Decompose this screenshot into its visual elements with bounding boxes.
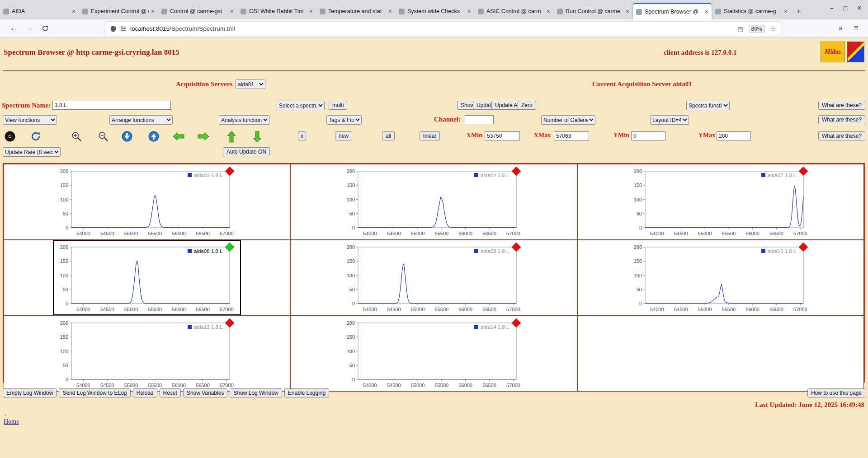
- multi-button[interactable]: multi: [329, 101, 347, 110]
- send-log-to-elog-button[interactable]: Send Log Window to ELog: [59, 388, 130, 397]
- tab-close-icon[interactable]: ×: [309, 8, 313, 15]
- spectrum-cell[interactable]: 0501001502005400054500550005550056000565…: [4, 240, 290, 316]
- empty-log-window-button[interactable]: Empty Log Window: [3, 388, 57, 397]
- spectrum-panel[interactable]: 0501001502005400054500550005550056000565…: [340, 240, 528, 315]
- tab-close-icon[interactable]: ×: [72, 8, 75, 15]
- what-are-these-button-2[interactable]: What are these?: [818, 115, 865, 124]
- y-scale-up-button[interactable]: [148, 131, 159, 142]
- ymin-input[interactable]: [631, 131, 665, 140]
- legend-swatch: [188, 249, 192, 253]
- ymax-input[interactable]: [717, 131, 751, 140]
- maximize-button[interactable]: □: [844, 5, 847, 12]
- y-scale-down-button[interactable]: [122, 131, 132, 142]
- zero-spectra-button[interactable]: [5, 131, 15, 142]
- zoom-out-button[interactable]: [98, 131, 108, 142]
- tab-close-icon[interactable]: ×: [626, 8, 629, 15]
- what-are-these-button-3[interactable]: What are these?: [818, 131, 865, 140]
- tab-close-icon[interactable]: ×: [151, 8, 155, 15]
- arrange-functions-select[interactable]: Arrange functions: [109, 115, 173, 125]
- show-log-window-button[interactable]: Show Log Window: [230, 388, 282, 397]
- refresh-button[interactable]: [30, 131, 41, 142]
- show-variables-button[interactable]: Show Variables: [183, 388, 228, 397]
- xmin-input[interactable]: [485, 131, 520, 140]
- menu-hamburger-icon[interactable]: ≡: [854, 24, 858, 32]
- browser-tab[interactable]: ASIC Control @ carm×: [475, 3, 553, 19]
- tab-close-icon[interactable]: ×: [784, 8, 788, 15]
- new-tab-button[interactable]: +: [792, 5, 806, 18]
- browser-tab[interactable]: Run Control @ carme×: [554, 3, 632, 19]
- channel-input[interactable]: [465, 115, 494, 124]
- spectra-functions-select[interactable]: Spectra functions: [686, 101, 730, 110]
- spectrum-cell[interactable]: 0501001502005400054500550005550056000565…: [4, 316, 290, 392]
- x-axis-button[interactable]: x: [298, 131, 306, 140]
- tab-close-icon[interactable]: ×: [230, 8, 234, 15]
- pan-right-button[interactable]: [198, 131, 208, 142]
- spectrum-panel[interactable]: 0501001502005400054500550005550056000565…: [627, 164, 815, 239]
- browser-tab[interactable]: Control @ carme-gsi×: [158, 3, 237, 19]
- overflow-chevron-icon[interactable]: »: [839, 24, 843, 32]
- number-of-galleries-select[interactable]: Number of Galleries: [541, 115, 595, 125]
- minimize-button[interactable]: −: [830, 5, 833, 12]
- what-are-these-button-1[interactable]: What are these?: [818, 101, 865, 110]
- refresh-icon: [30, 131, 41, 142]
- green-up-arrow-icon: [226, 131, 237, 143]
- reset-button[interactable]: Reset: [160, 388, 181, 397]
- zero-button[interactable]: Zero: [518, 101, 536, 110]
- new-button[interactable]: new: [335, 131, 352, 140]
- browser-tab[interactable]: Statistics @ carme-g×: [712, 3, 791, 19]
- pan-up-button[interactable]: [226, 131, 237, 142]
- spectrum-panel[interactable]: 0501001502005400054500550005550056000565…: [53, 316, 241, 391]
- enable-logging-button[interactable]: Enable Logging: [284, 388, 329, 397]
- zoom-in-button[interactable]: [71, 131, 82, 142]
- pan-down-button[interactable]: [252, 131, 263, 142]
- analysis-functions-select[interactable]: Analysis functions: [219, 115, 269, 125]
- zoom-level-badge[interactable]: 80%: [749, 25, 765, 33]
- reload-button[interactable]: [42, 25, 49, 34]
- all-button[interactable]: all: [382, 131, 395, 140]
- spectrum-panel[interactable]: 0501001502005400054500550005550056000565…: [627, 240, 815, 315]
- tab-close-icon[interactable]: ×: [547, 8, 550, 15]
- tab-close-icon[interactable]: ×: [467, 8, 471, 15]
- spectrum-cell[interactable]: 0501001502005400054500550005550056000565…: [290, 164, 577, 240]
- url-bar[interactable]: localhost:8015/Spectrum/Spectrum.tml ▤ 8…: [105, 22, 781, 36]
- select-spectrum-dropdown[interactable]: Select a spectrum: [277, 101, 325, 110]
- browser-tab[interactable]: Spectrum Browser @×: [633, 3, 712, 19]
- spectrum-panel[interactable]: 0501001502005400054500550005550056000565…: [53, 164, 241, 239]
- spectrum-cell[interactable]: 0501001502005400054500550005550056000565…: [290, 240, 577, 316]
- acquisition-server-select[interactable]: aida01: [236, 79, 265, 89]
- spectrum-panel[interactable]: 0501001502005400054500550005550056000565…: [340, 316, 528, 391]
- home-link[interactable]: Home: [4, 418, 19, 425]
- auto-update-button[interactable]: Auto Update ON: [223, 147, 270, 156]
- xmax-input[interactable]: [554, 131, 589, 140]
- forward-button[interactable]: →: [25, 23, 33, 33]
- tab-close-icon[interactable]: ×: [388, 8, 392, 15]
- tab-close-icon[interactable]: ×: [705, 8, 708, 15]
- spectrum-cell[interactable]: 0501001502005400054500550005550056000565…: [290, 316, 577, 392]
- tags-fits-select[interactable]: Tags & Fits: [326, 115, 362, 125]
- spectrum-panel[interactable]: 0501001502005400054500550005550056000565…: [53, 240, 241, 315]
- spectrum-name-input[interactable]: [52, 101, 171, 110]
- tab-label: System wide Checks: [407, 8, 466, 14]
- spectrum-cell[interactable]: 0501001502005400054500550005550056000565…: [577, 240, 864, 316]
- linear-button[interactable]: linear: [420, 131, 440, 140]
- x-tick-label: 54000: [76, 307, 90, 312]
- browser-tab[interactable]: AIDA×: [0, 3, 79, 19]
- y-tick-label: 50: [637, 211, 642, 216]
- browser-tab[interactable]: GSI White Rabbit Tim×: [237, 3, 316, 19]
- spectrum-panel[interactable]: 0501001502005400054500550005550056000565…: [340, 164, 528, 239]
- bookmark-star-icon[interactable]: ☆: [770, 25, 776, 33]
- reload-page-button[interactable]: Reload: [133, 388, 157, 397]
- layout-id-select[interactable]: Layout ID=4: [650, 115, 689, 125]
- browser-tab[interactable]: System wide Checks×: [396, 3, 474, 19]
- how-to-use-button[interactable]: How to use this page: [807, 388, 865, 397]
- spectrum-cell[interactable]: 0501001502005400054500550005550056000565…: [577, 164, 864, 240]
- spectrum-cell[interactable]: 0501001502005400054500550005550056000565…: [4, 164, 290, 240]
- view-functions-select[interactable]: View functions: [3, 115, 57, 125]
- reader-mode-icon[interactable]: ▤: [737, 25, 743, 33]
- back-button[interactable]: ←: [10, 23, 18, 33]
- pan-left-button[interactable]: [173, 131, 184, 142]
- browser-tab[interactable]: Temperature and stat×: [316, 3, 395, 19]
- close-button[interactable]: ×: [857, 4, 862, 13]
- update-rate-select[interactable]: Update Rate (8 secs): [3, 147, 61, 157]
- browser-tab[interactable]: Experiment Control @ ca×: [79, 3, 158, 19]
